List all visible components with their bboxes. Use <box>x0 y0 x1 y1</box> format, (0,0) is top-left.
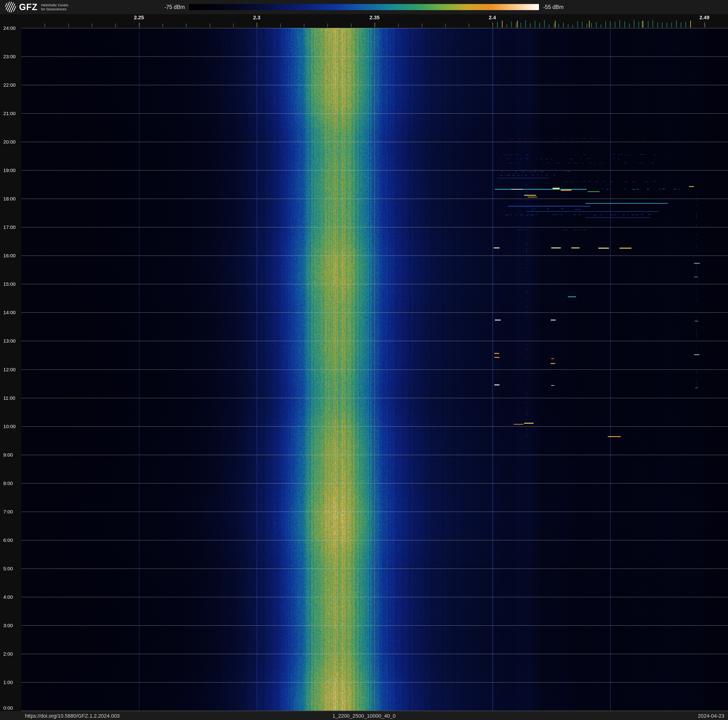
spectrogram-heatmap <box>0 0 728 720</box>
colorbar-max-label: -55 dBm <box>543 4 564 10</box>
spectrogram-page: GFZ Helmholtz Centre for Geosciences -75… <box>0 0 728 720</box>
colorbar-min-label: -75 dBm <box>164 4 185 10</box>
logo-subtitle: Helmholtz Centre for Geosciences <box>41 3 68 11</box>
footer: https://doi.org/10.5880/GFZ.1.2.2024.003… <box>0 712 728 720</box>
date-label: 2024-04-23 <box>698 713 724 719</box>
doi-link[interactable]: https://doi.org/10.5880/GFZ.1.2.2024.003 <box>25 713 120 719</box>
gfz-logo-icon <box>5 2 16 12</box>
colorbar: -75 dBm -55 dBm <box>164 0 564 14</box>
dataset-id: 1_2200_2500_10000_40_0 <box>332 713 396 719</box>
logo-subtitle-line2: for Geosciences <box>41 7 68 11</box>
gfz-logo: GFZ Helmholtz Centre for Geosciences <box>5 2 68 12</box>
logo-brand: GFZ <box>19 2 38 12</box>
header: GFZ Helmholtz Centre for Geosciences -75… <box>0 0 728 14</box>
colorbar-gradient <box>189 4 539 10</box>
logo-subtitle-line1: Helmholtz Centre <box>41 3 68 7</box>
